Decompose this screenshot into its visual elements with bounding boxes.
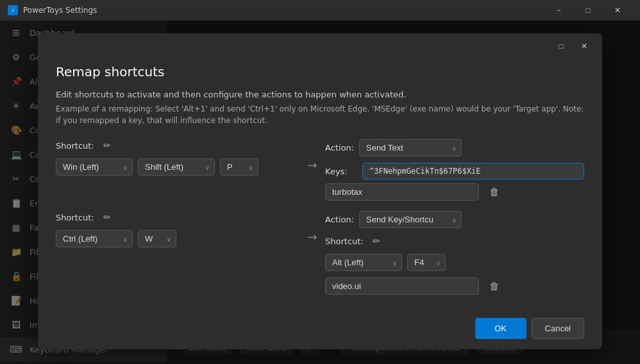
edit-shortcut-button-2[interactable]: ✏ [99,211,115,224]
key-modifier-select-1b[interactable]: Shift (Left) [138,158,215,176]
minimize-button[interactable]: − [544,0,573,21]
key-select-wrap-2c: Alt (Left) [325,254,402,271]
title-bar: ⚡ PowerToys Settings − □ ✕ [0,0,640,21]
key-modifier-select-2c[interactable]: Alt (Left) [325,254,402,271]
modal-maximize-button[interactable]: □ [551,38,571,54]
remap-arrow-1: → [299,139,325,172]
modal-description: Edit shortcuts to activate and then conf… [56,90,584,99]
key-dropdowns-2: Ctrl (Left) W [56,230,299,247]
delete-row-1-button[interactable]: 🗑 [484,184,505,201]
keys-label-1: Keys: [325,167,357,176]
modal-body: Remap shortcuts Edit shortcuts to activa… [38,59,602,318]
key-modifier-select-2a[interactable]: Ctrl (Left) [56,230,133,247]
app-title: PowerToys Settings [23,6,97,15]
shortcut-label-2b: Shortcut: [325,236,364,246]
action-select-wrap-2: Send Key/Shortcu [359,211,462,228]
edit-shortcut-button-2b[interactable]: ✏ [369,235,384,247]
target-input-1[interactable] [325,183,479,201]
key-select-wrap-2b: W [138,230,176,247]
target-input-2[interactable] [325,277,479,295]
key-select-wrap-1c: P [220,158,258,176]
key-modifier-select-1a[interactable]: Win (Left) [56,158,133,176]
edit-shortcut-button-1[interactable]: ✏ [99,139,115,152]
keys-input-1[interactable] [362,163,584,179]
action-select-1[interactable]: Send Text [359,139,462,156]
modal-overlay: □ ✕ Remap shortcuts Edit shortcuts to ac… [0,21,640,364]
shortcut-label-row-1: Shortcut: ✏ [56,139,299,152]
action-row-2: Action: Send Key/Shortcu [325,211,584,228]
modal-footer: OK Cancel [38,318,602,349]
remap-row-1: Shortcut: ✏ Win (Left) Shift (Left) [56,139,584,201]
remap-right-1: Action: Send Text Keys: 🗑 [325,139,584,201]
remap-right-2: Action: Send Key/Shortcu Shortcut: ✏ [325,211,584,295]
action-select-wrap-1: Send Text [359,139,462,156]
shortcut-label-row-2: Shortcut: ✏ [56,211,299,224]
key-select-1c[interactable]: P [220,158,258,176]
action-label-2: Action: [325,215,354,224]
key-select-2d[interactable]: F4 [407,254,446,271]
key-select-wrap-2d: F4 [407,254,446,271]
cancel-button[interactable]: Cancel [532,318,584,339]
shortcut-label-row-2b: Shortcut: ✏ [325,235,584,247]
remap-left-2: Shortcut: ✏ Ctrl (Left) W [56,211,299,247]
maximize-button[interactable]: □ [573,0,603,21]
title-bar-controls: − □ ✕ [544,0,632,21]
modal-title: Remap shortcuts [56,64,584,79]
shortcut-label-1: Shortcut: [56,141,94,151]
shortcut-label-2: Shortcut: [56,213,94,222]
remap-arrow-2: → [299,211,325,244]
key-select-wrap-2a: Ctrl (Left) [56,230,133,247]
keys-row-1: Keys: [325,163,584,179]
remap-left-1: Shortcut: ✏ Win (Left) Shift (Left) [56,139,299,176]
remap-row-2: Shortcut: ✏ Ctrl (Left) W [56,211,584,295]
delete-row-2-button[interactable]: 🗑 [484,278,505,295]
key-select-wrap-1a: Win (Left) [56,158,133,176]
app-icon: ⚡ [8,5,18,15]
ok-button[interactable]: OK [475,318,526,339]
modal-close-button[interactable]: ✕ [574,38,594,54]
modal-titlebar: □ ✕ [38,33,602,59]
action-row-1: Action: Send Text [325,139,584,156]
modal-example: Example of a remapping: Select 'Alt+1' a… [56,103,584,126]
title-bar-left: ⚡ PowerToys Settings [8,5,97,15]
close-button[interactable]: ✕ [603,0,632,21]
remap-shortcuts-modal: □ ✕ Remap shortcuts Edit shortcuts to ac… [38,33,602,349]
key-select-wrap-1b: Shift (Left) [138,158,215,176]
action-select-2[interactable]: Send Key/Shortcu [359,211,462,228]
key-select-2b[interactable]: W [138,230,176,247]
key-dropdowns-1: Win (Left) Shift (Left) P [56,158,299,176]
action-label-1: Action: [325,143,354,153]
